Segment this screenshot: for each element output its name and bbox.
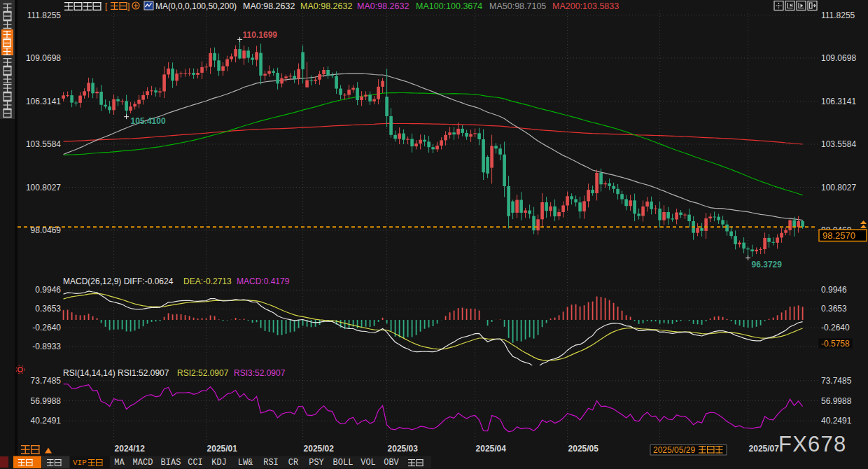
svg-text:110.1699: 110.1699 (243, 30, 278, 40)
svg-text:PSY: PSY (309, 458, 324, 468)
svg-text:-0.2640: -0.2640 (32, 323, 61, 332)
svg-text:0.9946: 0.9946 (821, 285, 847, 295)
svg-text:40.2491: 40.2491 (821, 416, 852, 426)
svg-text:2025/07: 2025/07 (749, 444, 780, 454)
svg-text:RSI2:52.0907: RSI2:52.0907 (177, 368, 229, 378)
svg-text:BIAS: BIAS (161, 458, 181, 468)
svg-text:MACD(26,12,9) DIFF:-0.0624: MACD(26,12,9) DIFF:-0.0624 (63, 276, 174, 286)
svg-text:2025/05: 2025/05 (568, 444, 599, 454)
svg-text:MA50:98.7105: MA50:98.7105 (489, 1, 546, 11)
svg-text:2024/12: 2024/12 (115, 444, 146, 454)
svg-text:40.2491: 40.2491 (31, 416, 62, 426)
svg-text:MA0:98.2632: MA0:98.2632 (300, 1, 352, 11)
svg-text:-0.8933: -0.8933 (32, 342, 61, 351)
svg-text:109.0698: 109.0698 (821, 53, 856, 63)
svg-text:]: ] (127, 1, 130, 11)
svg-text:111.8255: 111.8255 (27, 10, 62, 20)
svg-text:MA(0,0,0,100,50,200): MA(0,0,0,100,50,200) (155, 1, 237, 11)
svg-text:BOLL: BOLL (333, 458, 354, 468)
svg-text:73.7485: 73.7485 (31, 376, 62, 386)
svg-text:LW&: LW& (238, 458, 253, 468)
svg-text:-0.5758: -0.5758 (821, 339, 850, 349)
svg-text:2025/03: 2025/03 (388, 444, 419, 454)
svg-text:106.3141: 106.3141 (26, 97, 61, 106)
svg-text:111.8255: 111.8255 (821, 10, 855, 20)
svg-text:100.8027: 100.8027 (26, 183, 61, 192)
svg-text:0.9946: 0.9946 (35, 285, 61, 295)
svg-text:98.0469: 98.0469 (31, 225, 62, 235)
svg-text:100.8027: 100.8027 (821, 183, 856, 192)
svg-text:FX678: FX678 (778, 432, 846, 456)
svg-text:0.3653: 0.3653 (35, 304, 61, 314)
svg-text:103.5584: 103.5584 (821, 139, 856, 149)
svg-text:DEA:-0.2713: DEA:-0.2713 (183, 276, 232, 286)
svg-text:VOL: VOL (360, 458, 376, 468)
svg-text:106.3141: 106.3141 (821, 97, 856, 106)
svg-text:2025/04: 2025/04 (476, 444, 507, 454)
svg-text:MACD: MACD (133, 458, 153, 468)
svg-text:MA200:103.5833: MA200:103.5833 (552, 1, 619, 11)
svg-text:RSI(14,14,14) RSI1:52.0907: RSI(14,14,14) RSI1:52.0907 (63, 368, 169, 378)
svg-text:KDJ: KDJ (211, 458, 227, 468)
svg-text:2025/05/29: 2025/05/29 (653, 445, 695, 455)
svg-text:OBV: OBV (384, 458, 399, 468)
svg-text:MA0:98.2632: MA0:98.2632 (357, 1, 409, 11)
svg-text:0.3653: 0.3653 (821, 304, 847, 314)
svg-text:73.7485: 73.7485 (821, 376, 852, 386)
svg-text:-0.2640: -0.2640 (821, 323, 850, 332)
svg-text:CCI: CCI (188, 458, 203, 468)
svg-text:96.3729: 96.3729 (752, 260, 783, 270)
svg-text:2025/02: 2025/02 (304, 444, 335, 454)
svg-text:105.4100: 105.4100 (131, 116, 166, 126)
svg-text:VIP: VIP (73, 458, 87, 467)
svg-text:MACD:0.4179: MACD:0.4179 (237, 276, 290, 286)
svg-text:MA100:100.3674: MA100:100.3674 (416, 1, 482, 11)
svg-text:98.2570: 98.2570 (822, 230, 855, 241)
svg-text:103.5584: 103.5584 (26, 139, 61, 149)
svg-text:109.0698: 109.0698 (26, 53, 61, 63)
svg-text:2025/01: 2025/01 (207, 444, 238, 454)
svg-text:RSI3:52.0907: RSI3:52.0907 (234, 368, 286, 378)
svg-text:MA: MA (114, 458, 125, 468)
svg-text:RSI: RSI (263, 458, 279, 468)
svg-text:CR: CR (288, 458, 298, 468)
svg-text:56.9988: 56.9988 (821, 396, 852, 406)
svg-text:MA0:98.2632: MA0:98.2632 (243, 1, 295, 11)
svg-text:56.9988: 56.9988 (31, 396, 62, 406)
